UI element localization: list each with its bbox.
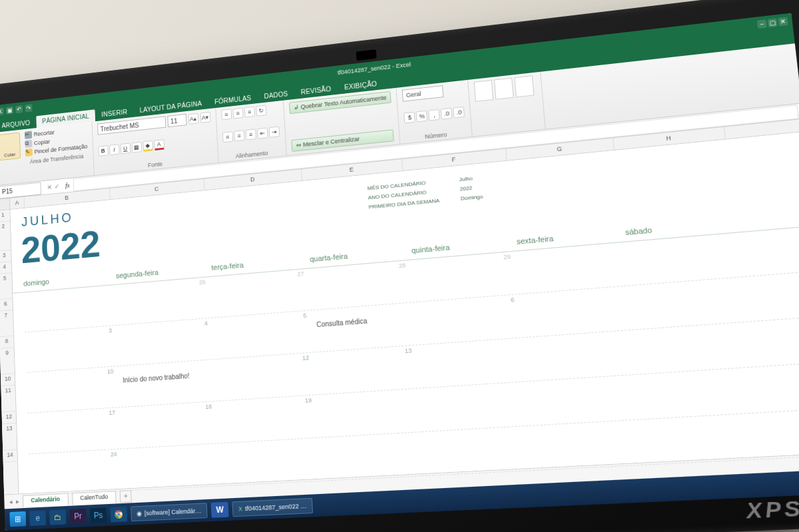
close-icon[interactable]: ✕ (778, 17, 788, 26)
row-6[interactable]: 6 (0, 299, 13, 312)
align-middle-icon[interactable]: ≡ (232, 107, 243, 119)
day-cell[interactable] (318, 388, 425, 437)
start-button[interactable]: ⊞ (9, 511, 26, 527)
row-14[interactable]: 14 (3, 449, 17, 462)
underline-button[interactable]: U (120, 143, 131, 154)
cancel-formula-icon[interactable]: ✕ (47, 184, 52, 191)
day-cell[interactable]: 3 (25, 326, 120, 372)
italic-button[interactable]: I (109, 144, 119, 155)
row-13[interactable]: 13 (2, 423, 17, 451)
premiere-icon[interactable]: Pr (69, 509, 87, 525)
row-11[interactable]: 11 (1, 386, 15, 413)
taskbar-chrome-window[interactable]: ◉ [software] Calendár… (131, 503, 208, 521)
redo-icon[interactable]: ↷ (25, 104, 32, 112)
new-sheet-button[interactable]: + (120, 489, 132, 502)
row-8[interactable]: 8 (0, 336, 14, 349)
day-cell[interactable] (532, 419, 647, 469)
currency-icon[interactable]: $ (404, 111, 416, 123)
calendar-grid[interactable]: 26272829345Consulta médica610Início do n… (24, 228, 799, 496)
day-cell[interactable]: 28 (310, 260, 415, 310)
row-5[interactable]: 5 (0, 273, 13, 300)
col-A[interactable]: A (10, 197, 25, 209)
row-3[interactable]: 3 (0, 250, 11, 263)
day-cell[interactable] (521, 286, 634, 337)
row-10[interactable]: 10 (1, 374, 15, 386)
day-cell[interactable]: 17 (27, 407, 123, 453)
sheet-nav-next-icon[interactable]: ▸ (16, 497, 19, 505)
align-top-icon[interactable]: ≡ (221, 109, 232, 120)
number-format-select[interactable]: Geral (402, 85, 444, 102)
chrome-icon[interactable] (110, 507, 127, 523)
day-cell[interactable] (425, 426, 536, 475)
align-bottom-icon[interactable]: ≡ (244, 107, 254, 118)
day-cell[interactable]: 10 (26, 366, 121, 413)
day-cell[interactable]: 24 (29, 449, 125, 495)
day-cell[interactable]: 6 (415, 294, 525, 344)
day-cell[interactable] (525, 330, 639, 381)
orientation-icon[interactable]: ↻ (256, 105, 266, 117)
font-size-select[interactable]: 11 (167, 114, 186, 127)
select-all-corner[interactable] (0, 198, 10, 210)
cell-styles-button[interactable] (515, 75, 535, 97)
day-cell[interactable]: 13 (316, 346, 421, 395)
fill-color-button[interactable]: ◆ (142, 140, 153, 152)
day-cell[interactable] (528, 375, 643, 425)
word-icon[interactable]: W (211, 502, 229, 518)
explorer-icon[interactable]: 🗀 (49, 509, 66, 525)
dec-decimal-icon[interactable]: .0 (453, 106, 465, 118)
day-cell[interactable]: 19 (218, 395, 321, 443)
save-icon[interactable]: ▣ (6, 107, 13, 115)
align-center-icon[interactable]: ≡ (234, 130, 244, 141)
day-cell[interactable] (421, 382, 532, 431)
day-cell[interactable]: 27 (212, 268, 313, 317)
undo-icon[interactable]: ↶ (15, 105, 23, 113)
taskbar-excel-window[interactable]: X tf04014287_sen022 … (232, 498, 313, 517)
indent-inc-icon[interactable]: ⇥ (268, 127, 280, 138)
border-button[interactable]: ▦ (131, 142, 142, 153)
row-2[interactable]: 2 (0, 221, 11, 252)
day-cell[interactable] (123, 443, 222, 490)
day-cell[interactable] (643, 413, 763, 465)
bold-button[interactable]: B (98, 145, 108, 156)
conditional-formatting-button[interactable] (474, 80, 494, 102)
day-cell[interactable]: Início do novo trabalho! (120, 360, 218, 407)
day-cell[interactable]: Consulta médica (313, 302, 418, 352)
day-cell[interactable] (626, 232, 743, 285)
row-7[interactable]: 7 (0, 310, 13, 337)
day-cell[interactable] (321, 432, 428, 481)
day-cell[interactable]: 26 (117, 277, 214, 325)
accept-formula-icon[interactable]: ✓ (54, 182, 59, 190)
photoshop-icon[interactable]: Ps (90, 507, 107, 523)
day-cell[interactable] (635, 322, 753, 374)
comma-icon[interactable]: , (428, 109, 440, 121)
increase-font-icon[interactable]: A▴ (188, 113, 198, 125)
day-cell[interactable] (24, 285, 119, 332)
row-12[interactable]: 12 (2, 411, 17, 424)
decrease-font-icon[interactable]: A▾ (200, 112, 210, 123)
row-9[interactable]: 9 (0, 348, 15, 374)
row-4[interactable]: 4 (0, 262, 11, 274)
font-color-button[interactable]: A (154, 139, 164, 150)
day-cell[interactable]: 18 (121, 401, 220, 449)
day-cell[interactable] (631, 277, 748, 329)
day-number: 19 (305, 397, 312, 404)
paste-button[interactable]: Colar (0, 133, 21, 161)
format-as-table-button[interactable] (494, 78, 514, 100)
day-cell[interactable] (418, 338, 528, 388)
day-cell[interactable]: 29 (412, 251, 521, 302)
maximize-icon[interactable]: ▢ (768, 18, 778, 27)
align-right-icon[interactable]: ≡ (245, 129, 256, 140)
day-cell[interactable] (517, 242, 630, 294)
day-cell[interactable] (639, 368, 758, 419)
day-cell[interactable]: 12 (216, 352, 318, 400)
day-cell[interactable] (220, 438, 324, 485)
percent-icon[interactable]: % (416, 110, 428, 122)
ie-icon[interactable]: e (29, 511, 46, 526)
day-cell[interactable]: 4 (118, 318, 216, 366)
indent-dec-icon[interactable]: ⇤ (257, 128, 268, 139)
inc-decimal-icon[interactable]: .0 (441, 107, 453, 119)
sheet-nav-prev-icon[interactable]: ◂ (9, 498, 13, 505)
minimize-icon[interactable]: − (757, 19, 767, 29)
day-cell[interactable]: 5 (214, 310, 316, 359)
align-left-icon[interactable]: ≡ (222, 131, 233, 142)
